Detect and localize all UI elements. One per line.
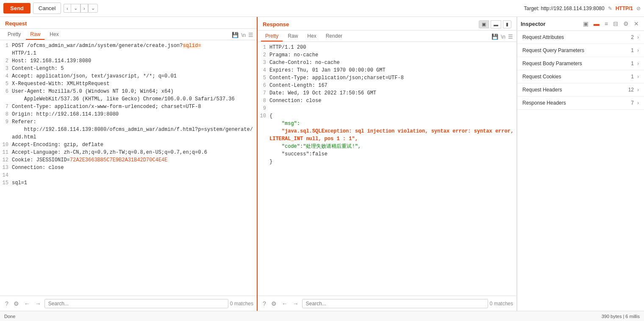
response-line-14: "success":false: [258, 150, 516, 158]
nav-back-button[interactable]: ‹: [64, 4, 71, 13]
request-line-12: 12 Cookie: JSESSIONID=72A2E3663B85C7E9B2…: [0, 156, 257, 164]
request-code-area[interactable]: 1 POST /ofcms_admin_war/admin/system/gen…: [0, 40, 257, 296]
request-line-7: 7 Content-Type: application/x-www-form-u…: [0, 103, 257, 111]
help-icon[interactable]: ⊘: [636, 6, 641, 11]
tab-request-pretty[interactable]: Pretty: [3, 30, 25, 40]
request-line-4: 4 Accept: application/json, text/javascr…: [0, 72, 257, 80]
response-line-4: 4 Expires: Thu, 01 Jan 1970 00:00:00 GMT: [258, 66, 516, 74]
tab-response-hex[interactable]: Hex: [303, 31, 320, 42]
status-bar: Done 390 bytes | 6 millis: [0, 311, 644, 321]
response-save-icon[interactable]: 💾: [491, 33, 498, 40]
edit-icon[interactable]: ✎: [608, 6, 612, 11]
request-tabs-bar: Pretty Raw Hex 💾 \n ☰: [0, 29, 257, 40]
response-search-next-btn[interactable]: →: [291, 299, 300, 308]
inspector-row-response-headers[interactable]: Response Headers 7 ›: [517, 97, 644, 110]
http-version-label[interactable]: HTTP/1: [616, 6, 633, 11]
response-line-15: }: [258, 158, 516, 166]
request-search-prev-btn[interactable]: ←: [22, 299, 32, 308]
response-view-btn-2[interactable]: ▬: [491, 20, 501, 28]
request-line-8: 8 Origin: http://192.168.114.139:8080: [0, 111, 257, 118]
request-search-settings-btn[interactable]: ⚙: [12, 299, 21, 308]
response-line-2: 2 Pragma: no-cache: [258, 51, 516, 59]
nav-forward-button[interactable]: ›: [80, 4, 88, 13]
tab-response-raw[interactable]: Raw: [283, 31, 302, 42]
request-tab-icons: 💾 \n ☰: [232, 32, 253, 38]
response-search-matches: 0 matches: [490, 301, 513, 307]
tab-request-hex[interactable]: Hex: [45, 30, 63, 40]
target-label: Target: http://192.168.114.139:8080: [524, 6, 605, 11]
response-search-settings-btn[interactable]: ⚙: [269, 299, 278, 308]
request-line-11: 11 Accept-Language: zh-CN,zh;q=0.9,zh-TW…: [0, 149, 257, 156]
inspector-icon-square[interactable]: ▣: [581, 19, 590, 28]
response-tabs-bar: Pretty Raw Hex Render 💾 \n ☰: [258, 30, 516, 42]
nav-forward-dropdown[interactable]: ⌄: [88, 4, 98, 13]
request-search-bar: ? ⚙ ← → 0 matches: [0, 296, 257, 311]
request-save-icon[interactable]: 💾: [232, 32, 239, 38]
response-code-area[interactable]: 1 HTTP/1.1 200 2 Pragma: no-cache 3 Cach…: [258, 42, 516, 296]
cancel-button[interactable]: Cancel: [33, 3, 61, 14]
request-line-6b: AppleWebKit/537.36 (KHTML, like Gecko) C…: [0, 95, 257, 103]
tab-response-pretty[interactable]: Pretty: [261, 31, 283, 42]
response-view-btn-3[interactable]: ▮: [503, 20, 511, 28]
request-line-14: 14: [0, 172, 257, 179]
response-tab-icons: 💾 \n ☰: [491, 33, 513, 40]
response-panel: Response ▣ ▬ ▮ Pretty Raw Hex Render 💾 \…: [258, 17, 517, 311]
request-line-10: 10 Accept-Encoding: gzip, deflate: [0, 141, 257, 149]
inspector-icon-rect[interactable]: ▬: [592, 19, 601, 28]
tab-request-raw[interactable]: Raw: [26, 30, 44, 40]
response-line-9: 9: [258, 105, 516, 112]
request-ln-icon[interactable]: \n: [241, 32, 246, 38]
response-ln-icon[interactable]: \n: [501, 33, 505, 40]
response-view-btn-1[interactable]: ▣: [479, 20, 489, 28]
request-menu-icon[interactable]: ☰: [248, 32, 253, 38]
request-line-9: 9 Referer:: [0, 118, 257, 126]
request-line-2: 2 Host: 192.168.114.139:8080: [0, 57, 257, 65]
request-line-6: 6 User-Agent: Mozilla/5.0 (Windows NT 10…: [0, 88, 257, 95]
response-line-13: "code":"处理失败请稍后重试!",: [258, 143, 516, 150]
tab-response-render[interactable]: Render: [322, 31, 347, 42]
request-line-3: 3 Content-Length: 5: [0, 65, 257, 72]
inspector-icon-settings[interactable]: ⚙: [622, 19, 630, 28]
response-title: Response: [263, 21, 289, 28]
response-search-prev-btn[interactable]: ←: [280, 299, 289, 308]
nav-back-forward: ‹ ⌄ › ⌄: [64, 4, 97, 13]
request-title: Request: [5, 20, 27, 27]
response-line-5: 5 Content-Type: application/json;charset…: [258, 74, 516, 82]
request-search-next-btn[interactable]: →: [33, 299, 43, 308]
nav-back-dropdown[interactable]: ⌄: [71, 4, 80, 13]
response-line-12: "java.sql.SQLException: sql injection vi…: [258, 127, 516, 143]
request-line-13: 13 Connection: close: [0, 164, 257, 172]
request-search-input[interactable]: [44, 299, 228, 308]
inspector-icon-split[interactable]: ⊟: [611, 19, 620, 28]
inspector-row-body-params[interactable]: Request Body Parameters 1 ›: [517, 57, 644, 70]
request-search-help-btn[interactable]: ?: [3, 299, 10, 308]
request-line-9b: http://192.168.114.139:8080/ofcms_admin_…: [0, 126, 257, 141]
request-panel: Request Pretty Raw Hex 💾 \n ☰ 1 POST /of…: [0, 17, 258, 311]
send-button[interactable]: Send: [3, 3, 31, 14]
inspector-close-btn[interactable]: ✕: [632, 19, 641, 28]
inspector-items-list: Request Attributes 2 › Request Query Par…: [517, 31, 644, 311]
response-line-1: 1 HTTP/1.1 200: [258, 44, 516, 51]
request-line-5: 5 X-Requested-With: XMLHttpRequest: [0, 80, 257, 88]
response-menu-icon[interactable]: ☰: [508, 33, 513, 40]
response-search-help-btn[interactable]: ?: [261, 299, 268, 308]
toolbar: Send Cancel ‹ ⌄ › ⌄ Target: http://192.1…: [0, 0, 644, 17]
toolbar-right: Target: http://192.168.114.139:8080 ✎ HT…: [524, 6, 641, 11]
inspector-header: Inspector ▣ ▬ ≡ ⊟ ⚙ ✕: [517, 17, 644, 31]
response-line-7: 7 Date: Wed, 19 Oct 2022 17:50:56 GMT: [258, 89, 516, 97]
inspector-icon-lines[interactable]: ≡: [603, 19, 610, 28]
response-search-input[interactable]: [302, 299, 488, 308]
inspector-row-request-headers[interactable]: Request Headers 12 ›: [517, 83, 644, 97]
response-panel-header: Response ▣ ▬ ▮: [258, 17, 516, 30]
status-right: 390 bytes | 6 millis: [602, 314, 640, 319]
request-panel-header: Request: [0, 17, 257, 29]
response-line-8: 8 Connection: close: [258, 97, 516, 105]
response-line-10: 10 {: [258, 112, 516, 120]
response-line-11: "msg":: [258, 120, 516, 127]
inspector-row-query-params[interactable]: Request Query Parameters 1 ›: [517, 44, 644, 57]
request-line-1: 1 POST /ofcms_admin_war/admin/system/gen…: [0, 42, 257, 50]
inspector-row-request-attributes[interactable]: Request Attributes 2 ›: [517, 31, 644, 44]
inspector-row-cookies[interactable]: Request Cookies 1 ›: [517, 70, 644, 83]
main-content: Request Pretty Raw Hex 💾 \n ☰ 1 POST /of…: [0, 17, 644, 311]
response-search-bar: ? ⚙ ← → 0 matches: [258, 296, 516, 311]
